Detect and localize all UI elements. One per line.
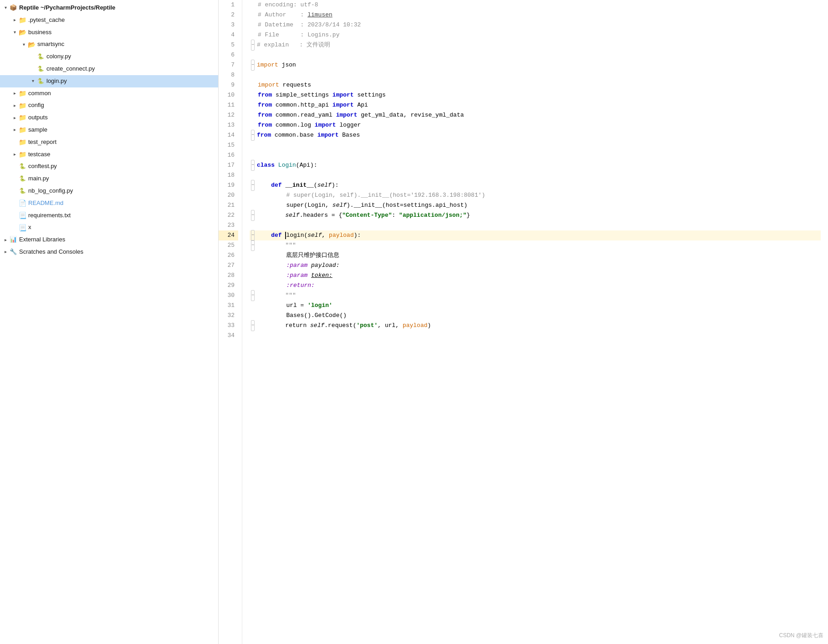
sidebar-item-login-py[interactable]: login.py [0, 75, 218, 87]
fold-open[interactable] [250, 232, 256, 239]
sidebar-item-external-libs[interactable]: 📊 External Libraries [0, 234, 218, 246]
line-number-34: 34 [219, 331, 238, 341]
line-number-27: 27 [219, 261, 238, 271]
fold-empty [250, 72, 257, 78]
nb-log-label: nb_log_config.py [28, 186, 73, 196]
sidebar-item-pytest-cache[interactable]: .pytest_cache [0, 14, 218, 26]
code-line-15 [250, 140, 821, 150]
sidebar-item-requirements[interactable]: requirements.txt [0, 210, 218, 222]
create-connect-label: create_connect.py [46, 64, 95, 74]
fold-empty [250, 272, 257, 279]
folder-icon-config [18, 102, 26, 110]
sidebar-item-config[interactable]: config [0, 99, 218, 112]
sidebar-item-x[interactable]: x [0, 221, 218, 234]
code-line-19: def __init__(self): [250, 180, 821, 190]
project-arrow [2, 4, 9, 11]
code-text-31: url = 'login' [258, 301, 332, 311]
py-icon-nblog [18, 187, 26, 195]
sidebar-item-readme[interactable]: README.md [0, 197, 218, 210]
smartsync-label: smartsync [37, 40, 64, 49]
folder-icon-testcase [18, 150, 26, 158]
common-label: common [28, 89, 51, 98]
fold-open[interactable] [250, 42, 256, 48]
sidebar-item-smartsync[interactable]: smartsync [0, 38, 218, 51]
code-line-1: # encoding: utf-8 [250, 0, 821, 10]
code-line-33: return self.request('post', url, payload… [250, 321, 821, 331]
line-number-4: 4 [219, 30, 238, 40]
code-text-27: :param payload: [258, 261, 339, 271]
fold-open[interactable] [250, 182, 256, 189]
common-arrow [11, 90, 18, 97]
fold-empty [250, 32, 257, 38]
line-number-7: 7 [219, 60, 238, 70]
fold-open[interactable] [250, 212, 256, 219]
create-connect-arrow [29, 65, 36, 72]
fold-open[interactable] [250, 242, 256, 249]
code-text-17: class Login(Api): [257, 160, 317, 170]
fold-empty [250, 192, 257, 199]
watermark: CSDN @罐装七喜 [779, 632, 823, 639]
readme-arrow [11, 199, 18, 207]
code-line-8 [250, 70, 821, 80]
pytest-cache-arrow [11, 16, 18, 24]
ext-libs-label: External Libraries [19, 235, 65, 245]
project-root-item[interactable]: 📦 Reptile ~/PycharmProjects/Reptile [0, 2, 218, 14]
sidebar-item-colony-py[interactable]: colony.py [0, 51, 218, 63]
md-icon-readme [18, 199, 26, 207]
line-number-17: 17 [219, 160, 238, 170]
requirements-label: requirements.txt [28, 211, 71, 220]
fold-empty [250, 52, 257, 58]
code-text-9: import requests [258, 80, 311, 90]
code-line-13: from common.log import logger [250, 120, 821, 130]
business-label: business [28, 28, 51, 37]
sidebar-item-main-py[interactable]: main.py [0, 173, 218, 185]
fold-open[interactable] [250, 62, 256, 68]
sidebar-item-conftest-py[interactable]: conftest.py [0, 160, 218, 173]
fold-empty [250, 262, 257, 269]
code-line-18 [250, 170, 821, 180]
project-label: Reptile ~/PycharmProjects/Reptile [19, 3, 115, 13]
code-line-31: url = 'login' [250, 301, 821, 311]
x-file-arrow [11, 224, 18, 231]
sidebar-item-sample[interactable]: sample [0, 124, 218, 136]
py-icon-login [36, 77, 45, 85]
line-number-26: 26 [219, 250, 238, 261]
code-line-7: import json [250, 60, 821, 70]
fold-empty [250, 102, 257, 108]
pytest-cache-label: .pytest_cache [28, 15, 65, 25]
code-content[interactable]: # encoding: utf-8# Author : limusen# Dat… [242, 0, 828, 644]
line-number-23: 23 [219, 220, 238, 230]
fold-empty [250, 302, 257, 309]
py-icon-create [36, 65, 45, 73]
sidebar-item-outputs[interactable]: outputs [0, 112, 218, 124]
sidebar-item-scratches[interactable]: 🔧 Scratches and Consoles [0, 246, 218, 258]
sidebar-item-business[interactable]: business [0, 26, 218, 39]
sidebar-item-nb-log[interactable]: nb_log_config.py [0, 185, 218, 197]
fold-open[interactable] [250, 322, 256, 329]
sidebar-item-test-report[interactable]: test_report [0, 136, 218, 148]
sidebar-item-testcase[interactable]: testcase [0, 148, 218, 161]
file-tree: 📦 Reptile ~/PycharmProjects/Reptile .pyt… [0, 0, 219, 644]
scratches-label: Scratches and Consoles [19, 247, 83, 257]
fold-empty [250, 332, 257, 339]
testcase-label: testcase [28, 150, 50, 159]
code-editor: 1234567891011121314151617181920212223242… [219, 0, 828, 644]
line-number-6: 6 [219, 50, 238, 60]
code-text-7: import json [257, 60, 296, 70]
login-py-arrow [29, 77, 36, 85]
fold-open[interactable] [250, 132, 256, 138]
line-number-25: 25 [219, 240, 238, 250]
code-line-28: :param token: [250, 271, 821, 281]
sidebar-item-create-connect-py[interactable]: create_connect.py [0, 63, 218, 75]
fold-empty [250, 172, 257, 179]
code-line-21: super(Login, self).__init__(host=setting… [250, 200, 821, 210]
folder-open-icon [18, 28, 26, 36]
code-line-27: :param payload: [250, 261, 821, 271]
fold-open[interactable] [250, 292, 256, 299]
code-line-12: from common.read_yaml import get_yml_dat… [250, 110, 821, 120]
sidebar-item-common[interactable]: common [0, 87, 218, 100]
test-report-arrow [11, 138, 18, 146]
line-number-5: 5 [219, 40, 238, 50]
code-line-6 [250, 50, 821, 60]
fold-open[interactable] [250, 162, 256, 169]
